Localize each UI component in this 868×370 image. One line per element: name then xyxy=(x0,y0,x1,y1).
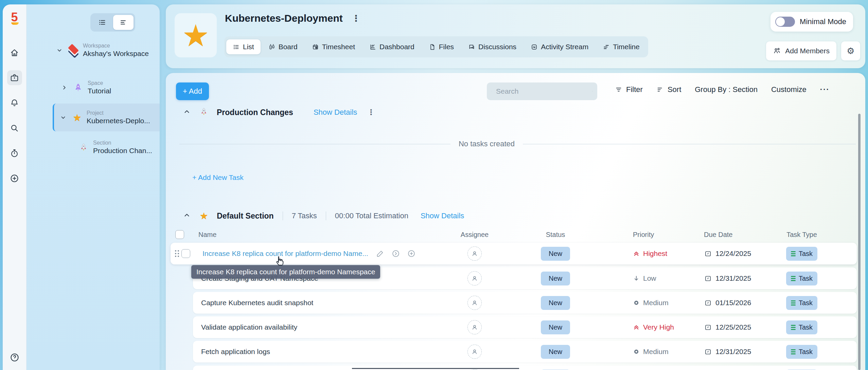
home-icon[interactable] xyxy=(7,45,22,60)
column-header-status[interactable]: Status xyxy=(503,231,607,239)
section-menu-icon[interactable]: ⋮ xyxy=(367,108,375,117)
files-icon xyxy=(429,43,436,51)
task-type-badge[interactable]: Task xyxy=(786,247,817,261)
task-name[interactable]: Capture Kubernetes audit snapshot xyxy=(201,299,313,307)
column-header-priority[interactable]: Priority xyxy=(607,231,696,239)
task-type-badge[interactable]: Task xyxy=(786,320,817,334)
tab-list[interactable]: List xyxy=(226,39,261,54)
priority-cell[interactable]: Medium xyxy=(633,299,669,307)
priority-cell[interactable]: Low xyxy=(633,274,656,282)
priority-low-icon xyxy=(633,275,640,282)
table-row[interactable]: Fetch application logs New Medium 12/31/… xyxy=(193,341,857,363)
due-date-cell[interactable]: 12/24/2025 xyxy=(704,249,751,258)
item-kind-label: Workspace xyxy=(83,42,149,49)
open-task-icon[interactable] xyxy=(391,249,400,258)
edit-pencil-icon[interactable] xyxy=(376,249,385,258)
task-type-badge[interactable]: Task xyxy=(786,345,817,359)
minimal-mode-control: Minimal Mode xyxy=(770,12,853,32)
task-name[interactable]: Fetch application logs xyxy=(201,348,270,356)
plus-circle-icon[interactable] xyxy=(7,171,22,186)
filter-button[interactable]: Filter xyxy=(615,85,643,94)
sort-button[interactable]: Sort xyxy=(656,85,681,94)
table-row[interactable]: Capture Kubernetes audit snapshot New Me… xyxy=(193,292,857,314)
star-icon: ★ xyxy=(200,210,208,221)
gear-icon[interactable]: ⚙ xyxy=(841,41,860,60)
sidebar-item-space[interactable]: Space Tutorial xyxy=(60,80,111,95)
drag-handle[interactable] xyxy=(173,250,181,257)
tab-board[interactable]: Board xyxy=(262,39,304,54)
search-icon xyxy=(492,88,492,95)
minimal-mode-toggle[interactable] xyxy=(775,17,795,27)
group-by-button[interactable]: Group By : Section xyxy=(695,85,758,94)
add-members-button[interactable]: Add Members xyxy=(766,41,836,60)
tab-activity-stream[interactable]: Activity Stream xyxy=(524,39,595,54)
assignee-avatar[interactable] xyxy=(467,320,482,334)
collapse-section-icon[interactable] xyxy=(183,211,191,221)
timeline-icon xyxy=(603,43,610,51)
row-checkbox[interactable] xyxy=(181,249,190,258)
add-new-task-link[interactable]: + Add New Task xyxy=(192,173,244,182)
table-row[interactable]: Validate application availability New Ve… xyxy=(193,316,857,338)
add-subtask-icon[interactable] xyxy=(407,249,416,258)
project-avatar[interactable]: ★ xyxy=(175,13,217,57)
list-view-icon[interactable] xyxy=(92,15,112,30)
priority-cell[interactable]: Medium xyxy=(633,348,669,356)
status-badge[interactable]: New xyxy=(541,247,570,261)
priority-cell[interactable]: Very High xyxy=(633,323,674,331)
sidebar-tree: Workspace Akshay's Workspace Space Tutor… xyxy=(26,4,160,370)
column-header-name[interactable]: Name xyxy=(190,231,446,239)
show-details-link[interactable]: Show Details xyxy=(421,211,464,220)
collapse-section-icon[interactable] xyxy=(183,108,191,117)
customize-button[interactable]: Customize xyxy=(771,85,807,94)
assignee-avatar[interactable] xyxy=(467,271,482,285)
assignee-avatar[interactable] xyxy=(467,296,482,310)
table-row-partial[interactable]: New Task xyxy=(193,366,857,370)
more-options-icon[interactable]: ··· xyxy=(820,85,830,94)
tab-timesheet[interactable]: Timesheet xyxy=(305,39,361,54)
list-icon xyxy=(233,43,240,51)
video-scrubber-artifact xyxy=(352,368,519,369)
status-badge[interactable]: New xyxy=(541,296,570,310)
due-date-cell[interactable]: 12/31/2025 xyxy=(704,274,751,282)
column-header-assignee[interactable]: Assignee xyxy=(446,231,503,239)
add-task-button[interactable]: + Add xyxy=(176,82,209,100)
task-type-badge[interactable]: Task xyxy=(786,296,817,310)
status-badge[interactable]: New xyxy=(541,320,570,334)
project-menu-icon[interactable]: ⋮ xyxy=(352,13,361,24)
sidebar-item-workspace[interactable]: Workspace Akshay's Workspace xyxy=(56,42,149,58)
task-type-badge[interactable]: Task xyxy=(786,272,817,285)
status-badge[interactable]: New xyxy=(541,345,570,359)
sidebar-item-section[interactable]: Section Production Chan... xyxy=(77,140,152,155)
tab-files[interactable]: Files xyxy=(422,39,460,54)
timer-icon[interactable] xyxy=(7,146,22,161)
briefcase-projects-icon[interactable] xyxy=(7,70,22,85)
show-details-link[interactable]: Show Details xyxy=(314,108,357,117)
tab-discussions[interactable]: Discussions xyxy=(462,39,523,54)
board-icon xyxy=(268,43,276,51)
tab-dashboard[interactable]: Dashboard xyxy=(363,39,421,54)
column-header-task-type[interactable]: Task Type xyxy=(774,231,857,239)
tab-timeline[interactable]: Timeline xyxy=(596,39,646,54)
brand-logo[interactable]: 5 xyxy=(11,11,18,23)
search-icon[interactable] xyxy=(7,121,22,135)
sidebar-item-project-selected[interactable]: ★ Project Kubernetes-Deplo... xyxy=(53,104,160,131)
due-date-cell[interactable]: 12/25/2025 xyxy=(704,323,751,331)
column-header-due-date[interactable]: Due Date xyxy=(696,231,774,239)
bell-icon[interactable] xyxy=(7,95,22,110)
assignee-avatar[interactable] xyxy=(467,246,482,261)
table-row[interactable]: Increase K8 replica count for platform-d… xyxy=(171,243,857,264)
select-all-checkbox[interactable] xyxy=(175,230,184,239)
status-badge[interactable]: New xyxy=(541,272,570,285)
search-input[interactable] xyxy=(496,87,588,95)
due-date-cell[interactable]: 12/31/2025 xyxy=(704,348,751,356)
priority-cell[interactable]: Highest xyxy=(633,249,667,258)
help-icon[interactable] xyxy=(3,352,26,363)
assignee-avatar[interactable] xyxy=(467,345,482,359)
due-date-cell[interactable]: 01/15/2026 xyxy=(704,299,751,307)
filter-icon xyxy=(615,86,622,93)
calendar-icon xyxy=(704,348,712,356)
chevron-down-icon xyxy=(59,114,67,121)
task-name[interactable]: Validate application availability xyxy=(201,323,297,331)
vertical-scrollbar[interactable] xyxy=(858,114,861,370)
detail-view-icon[interactable] xyxy=(113,15,134,30)
